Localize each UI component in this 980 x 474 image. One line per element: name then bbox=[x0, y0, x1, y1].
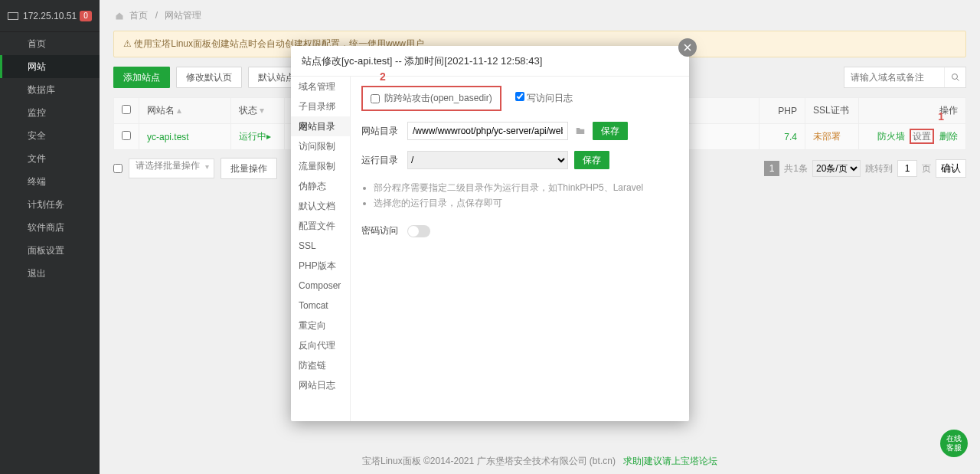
open-basedir-checkbox[interactable] bbox=[371, 94, 380, 103]
gear-icon bbox=[11, 245, 21, 256]
tab-reverse-proxy[interactable]: 反向代理 bbox=[291, 335, 350, 355]
input-webdir[interactable] bbox=[407, 122, 568, 140]
globe-icon bbox=[13, 61, 24, 72]
tab-config-file[interactable]: 配置文件 bbox=[291, 216, 350, 236]
site-ssl[interactable]: 未部署 bbox=[813, 131, 841, 142]
sidebar-item-store[interactable]: 软件商店 bbox=[0, 216, 100, 239]
site-status[interactable]: 运行中▸ bbox=[239, 131, 271, 142]
header-ip: 172.25.10.51 bbox=[23, 11, 77, 21]
add-site-button[interactable]: 添加站点 bbox=[113, 67, 170, 88]
modify-default-page-button[interactable]: 修改默认页 bbox=[176, 67, 242, 88]
th-status[interactable]: 状态 bbox=[239, 105, 257, 116]
pager: 1 共1条 20条/页 跳转到 页 确认 bbox=[764, 159, 966, 178]
save-webdir-button[interactable]: 保存 bbox=[593, 122, 628, 140]
breadcrumb-current: 网站管理 bbox=[165, 10, 201, 21]
sidebar-item-home[interactable]: 首页 bbox=[0, 32, 100, 55]
sidebar-item-files[interactable]: 文件 bbox=[0, 147, 100, 170]
field-password: 密码访问 bbox=[361, 224, 678, 237]
sidebar-item-monitor[interactable]: 监控 bbox=[0, 101, 100, 124]
sidebar-item-logout[interactable]: 退出 bbox=[0, 262, 100, 285]
svg-point-0 bbox=[952, 74, 957, 80]
field-webdir: 网站目录 保存 bbox=[361, 122, 678, 140]
label-password: 密码访问 bbox=[361, 224, 401, 237]
tab-antileech[interactable]: 防盗链 bbox=[291, 355, 350, 375]
pager-jump-input[interactable] bbox=[897, 160, 917, 177]
tab-php-version[interactable]: PHP版本 bbox=[291, 256, 350, 276]
hint-1: 部分程序需要指定二级目录作为运行目录，如ThinkPHP5、Laravel bbox=[374, 180, 678, 195]
modal-tabs: 域名管理 子目录绑定 网站目录 访问限制 流量限制 伪静态 默认文档 配置文件 … bbox=[291, 77, 351, 421]
sidebar-header: 172.25.10.51 0 bbox=[0, 0, 100, 32]
sidebar-item-security[interactable]: 安全 bbox=[0, 124, 100, 147]
save-rundir-button[interactable]: 保存 bbox=[574, 151, 609, 169]
row-checkbox[interactable] bbox=[122, 131, 131, 140]
footer-text: 宝塔Linux面板 ©2014-2021 广东堡塔安全技术有限公司 (bt.cn… bbox=[362, 456, 616, 466]
field-rundir: 运行目录 / 保存 bbox=[361, 151, 678, 169]
search-button[interactable] bbox=[944, 67, 965, 87]
tab-redirect[interactable]: 重定向 bbox=[291, 315, 350, 335]
site-php[interactable]: 7.4 bbox=[784, 132, 797, 142]
folder-icon bbox=[11, 153, 21, 164]
search-input[interactable] bbox=[844, 67, 944, 87]
select-all-checkbox[interactable] bbox=[122, 105, 131, 114]
sidebar-item-database[interactable]: 数据库 bbox=[0, 78, 100, 101]
modal-close-button[interactable] bbox=[678, 38, 697, 57]
batch-action-button[interactable]: 批量操作 bbox=[220, 158, 277, 179]
op-settings[interactable]: 设置 bbox=[910, 129, 934, 144]
modal-title: 站点修改[yc-api.test] -- 添加时间[2021-11-12 12:… bbox=[291, 46, 689, 77]
tab-subdir[interactable]: 子目录绑定 bbox=[291, 96, 350, 116]
sort-asc-icon: ▴ bbox=[177, 105, 181, 116]
store-icon bbox=[11, 222, 21, 233]
label-rundir: 运行目录 bbox=[361, 154, 401, 167]
tab-ssl[interactable]: SSL bbox=[291, 236, 350, 256]
tab-domain[interactable]: 域名管理 bbox=[291, 77, 350, 96]
folder-browse-button[interactable] bbox=[574, 126, 586, 136]
monitor-icon bbox=[8, 12, 18, 20]
th-name[interactable]: 网站名 bbox=[147, 105, 175, 116]
batch-select[interactable]: 请选择批量操作 bbox=[129, 159, 214, 178]
annotation-2: 2 bbox=[380, 70, 386, 83]
select-rundir[interactable]: / bbox=[407, 151, 568, 169]
tab-default-doc[interactable]: 默认文档 bbox=[291, 196, 350, 216]
hint-2: 选择您的运行目录，点保存即可 bbox=[374, 195, 678, 211]
op-firewall[interactable]: 防火墙 bbox=[877, 131, 905, 142]
pager-pagesize[interactable]: 20条/页 bbox=[812, 160, 861, 177]
tab-traffic-limit[interactable]: 流量限制 bbox=[291, 156, 350, 176]
label-webdir: 网站目录 bbox=[361, 125, 401, 138]
sidebar-item-cron[interactable]: 计划任务 bbox=[0, 193, 100, 216]
password-toggle[interactable] bbox=[407, 225, 430, 237]
shield-icon bbox=[11, 130, 21, 141]
sidebar-item-terminal[interactable]: 终端 bbox=[0, 170, 100, 193]
op-delete[interactable]: 删除 bbox=[939, 131, 958, 142]
tab-rewrite[interactable]: 伪静态 bbox=[291, 176, 350, 196]
th-php: PHP bbox=[778, 106, 797, 116]
site-name-link[interactable]: yc-api.test bbox=[147, 132, 189, 142]
access-log-checkbox[interactable] bbox=[515, 92, 524, 101]
monitor-icon bbox=[11, 107, 21, 118]
tab-tomcat[interactable]: Tomcat bbox=[291, 296, 350, 315]
breadcrumb-home[interactable]: 首页 bbox=[129, 10, 148, 21]
open-basedir-wrap: 防跨站攻击(open_basedir) bbox=[361, 86, 501, 111]
breadcrumb: 首页 / 网站管理 bbox=[100, 0, 980, 31]
calendar-icon bbox=[11, 199, 21, 210]
batch-checkbox[interactable] bbox=[113, 164, 122, 173]
pager-page-1[interactable]: 1 bbox=[764, 161, 780, 176]
tab-site-log[interactable]: 网站日志 bbox=[291, 375, 350, 395]
search-box bbox=[844, 67, 966, 88]
tab-composer[interactable]: Composer bbox=[291, 276, 350, 296]
home-icon bbox=[11, 38, 21, 49]
sort-icon: ▾ bbox=[260, 105, 264, 116]
pager-confirm[interactable]: 确认 bbox=[936, 159, 966, 178]
footer-link[interactable]: 求助|建议请上宝塔论坛 bbox=[623, 456, 717, 466]
hints: 部分程序需要指定二级目录作为运行目录，如ThinkPHP5、Laravel 选择… bbox=[361, 180, 678, 211]
tab-access-limit[interactable]: 访问限制 bbox=[291, 136, 350, 156]
help-float-button[interactable]: 在线 客服 bbox=[940, 430, 968, 457]
pager-jump-label: 跳转到 bbox=[865, 162, 893, 175]
notification-badge[interactable]: 0 bbox=[80, 11, 92, 21]
search-icon bbox=[951, 73, 960, 82]
svg-line-1 bbox=[956, 79, 959, 81]
sidebar-item-settings[interactable]: 面板设置 bbox=[0, 239, 100, 262]
sidebar-item-website[interactable]: 网站 bbox=[0, 55, 100, 78]
site-edit-modal: 站点修改[yc-api.test] -- 添加时间[2021-11-12 12:… bbox=[291, 46, 689, 421]
folder-icon bbox=[574, 126, 586, 136]
tab-webdir[interactable]: 网站目录 bbox=[291, 116, 350, 136]
